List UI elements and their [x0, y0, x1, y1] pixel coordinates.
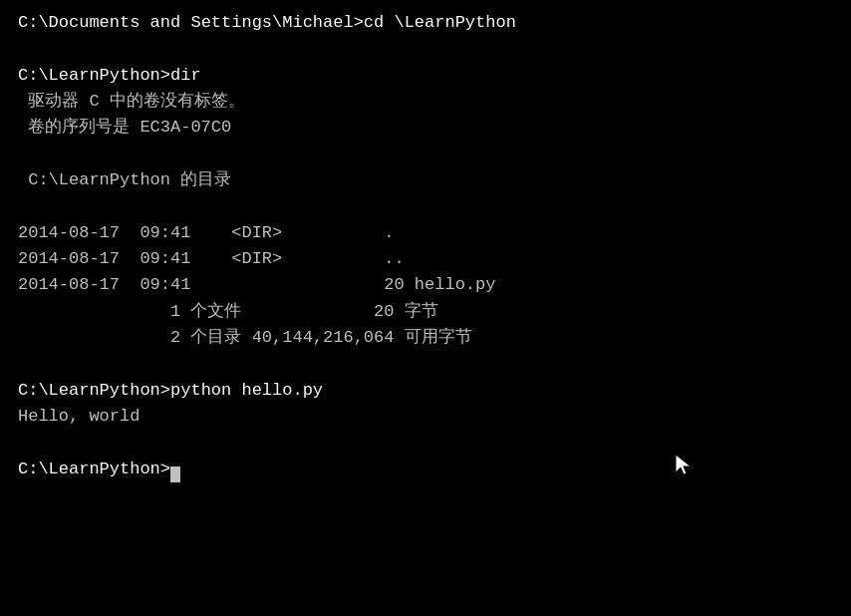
terminal-line: Hello, world — [18, 404, 833, 430]
terminal-line: 2014-08-17 09:41 20 hello.py — [18, 272, 833, 298]
terminal-line — [18, 142, 833, 167]
terminal-line: 2014-08-17 09:41 <DIR> . — [18, 220, 833, 246]
terminal-line — [18, 431, 833, 457]
terminal-content: C:\Documents and Settings\Michael>cd \Le… — [18, 10, 833, 482]
terminal-line — [18, 36, 833, 62]
terminal-line: 2014-08-17 09:41 <DIR> .. — [18, 246, 833, 272]
terminal-line — [18, 193, 833, 219]
mouse-cursor — [674, 453, 692, 476]
terminal-line: C:\LearnPython>python hello.py — [18, 378, 833, 404]
terminal-cursor — [170, 466, 180, 482]
terminal-line — [18, 351, 833, 377]
terminal-line: 卷的序列号是 EC3A-07C0 — [18, 115, 833, 141]
terminal-window: C:\Documents and Settings\Michael>cd \Le… — [0, 0, 851, 616]
svg-marker-0 — [676, 455, 691, 474]
terminal-line: C:\Documents and Settings\Michael>cd \Le… — [18, 10, 833, 36]
terminal-line: C:\LearnPython>dir — [18, 63, 833, 89]
terminal-line: 2 个目录 40,144,216,064 可用字节 — [18, 325, 833, 351]
terminal-line: 1 个文件 20 字节 — [18, 299, 833, 325]
terminal-line: C:\LearnPython> — [18, 457, 833, 482]
terminal-line: 驱动器 C 中的卷没有标签。 — [18, 89, 833, 115]
terminal-line: C:\LearnPython 的目录 — [18, 167, 833, 193]
